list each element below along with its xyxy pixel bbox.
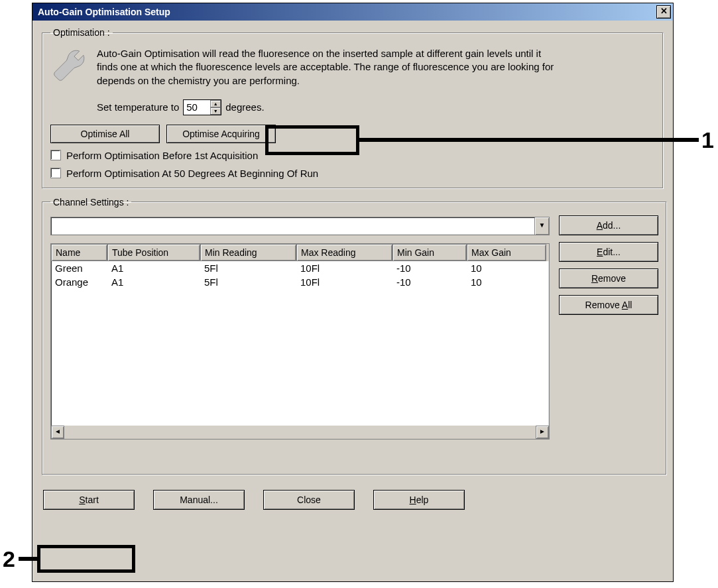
- col-tube[interactable]: Tube Position: [107, 244, 200, 261]
- optimise-all-button[interactable]: Optimise All: [50, 125, 160, 143]
- table-cell: 10Fl: [296, 276, 392, 288]
- channel-settings-legend: Channel Settings :: [50, 197, 131, 207]
- perform-at-50-checkbox[interactable]: [50, 168, 61, 178]
- table-body: GreenA15Fl10Fl-1010OrangeA15Fl10Fl-1010: [51, 261, 549, 289]
- table-row[interactable]: OrangeA15Fl10Fl-1010: [51, 275, 549, 289]
- callout-1-line: [359, 138, 699, 142]
- channel-table: Name Tube Position Min Reading Max Readi…: [50, 243, 550, 440]
- channel-settings-group: Channel Settings : ▼ Name Tube Position …: [42, 197, 667, 475]
- table-header: Name Tube Position Min Reading Max Readi…: [51, 244, 549, 261]
- scroll-left-icon[interactable]: ◄: [51, 426, 64, 439]
- remove-all-button[interactable]: Remove All: [559, 295, 658, 315]
- temperature-spinner[interactable]: ▲ ▼: [183, 99, 221, 115]
- manual-button[interactable]: Manual...: [153, 490, 245, 510]
- dialog-body: Optimisation : Auto-Gain Optimisation wi…: [32, 21, 673, 519]
- col-minr[interactable]: Min Reading: [200, 244, 296, 261]
- optimisation-legend: Optimisation :: [50, 27, 113, 38]
- window-title: Auto-Gain Optimisation Setup: [38, 7, 170, 17]
- temperature-input[interactable]: [184, 100, 210, 115]
- col-maxg[interactable]: Max Gain: [467, 244, 546, 261]
- table-cell: A1: [107, 276, 200, 288]
- table-cell: Orange: [51, 276, 107, 288]
- channel-combo[interactable]: ▼: [50, 217, 550, 235]
- spin-down-icon[interactable]: ▼: [210, 107, 221, 115]
- callout-2-label: 2: [3, 546, 15, 572]
- wrench-icon: [50, 47, 88, 84]
- table-cell: -10: [392, 262, 467, 274]
- col-name[interactable]: Name: [51, 244, 107, 261]
- col-ming[interactable]: Min Gain: [392, 244, 467, 261]
- table-cell: 5Fl: [200, 276, 296, 288]
- add-button[interactable]: Add...: [559, 215, 658, 235]
- perform-before-first-checkbox[interactable]: [50, 150, 61, 160]
- close-icon[interactable]: ✕: [656, 5, 671, 19]
- table-cell: -10: [392, 276, 467, 288]
- table-cell: 10: [467, 276, 546, 288]
- edit-button[interactable]: Edit...: [559, 242, 658, 262]
- help-button[interactable]: Help: [373, 490, 465, 510]
- table-cell: Green: [51, 262, 107, 274]
- temperature-row: Set temperature to ▲ ▼ degrees.: [97, 99, 561, 115]
- table-cell: 5Fl: [200, 262, 296, 274]
- temp-prefix: Set temperature to: [97, 101, 179, 113]
- perform-before-first-label: Perform Optimisation Before 1st Acquisit…: [66, 150, 258, 161]
- chevron-down-icon[interactable]: ▼: [534, 217, 549, 235]
- optimise-acquiring-button[interactable]: Optimise Acquiring: [166, 125, 276, 143]
- titlebar: Auto-Gain Optimisation Setup ✕: [32, 3, 673, 21]
- spin-up-icon[interactable]: ▲: [210, 100, 221, 107]
- close-button[interactable]: Close: [263, 490, 355, 510]
- remove-button[interactable]: Remove: [559, 268, 658, 288]
- dialog-window: Auto-Gain Optimisation Setup ✕ Optimisat…: [32, 3, 674, 582]
- table-row[interactable]: GreenA15Fl10Fl-1010: [51, 261, 549, 275]
- optimisation-group: Optimisation : Auto-Gain Optimisation wi…: [42, 27, 664, 189]
- optimisation-description: Auto-Gain Optimisation will read the flu…: [97, 47, 561, 88]
- perform-at-50-label: Perform Optimisation At 50 Degrees At Be…: [66, 168, 318, 179]
- table-cell: 10Fl: [296, 262, 392, 274]
- callout-2-line: [19, 557, 37, 561]
- col-maxr[interactable]: Max Reading: [296, 244, 392, 261]
- start-button[interactable]: Start: [43, 490, 135, 510]
- callout-1-label: 1: [701, 127, 714, 153]
- scroll-right-icon[interactable]: ►: [536, 426, 549, 439]
- horizontal-scrollbar[interactable]: ◄ ►: [51, 426, 549, 439]
- temp-suffix: degrees.: [225, 101, 264, 113]
- table-cell: 10: [467, 262, 546, 274]
- footer-buttons: Start Manual... Close Help: [42, 490, 664, 510]
- table-cell: A1: [107, 262, 200, 274]
